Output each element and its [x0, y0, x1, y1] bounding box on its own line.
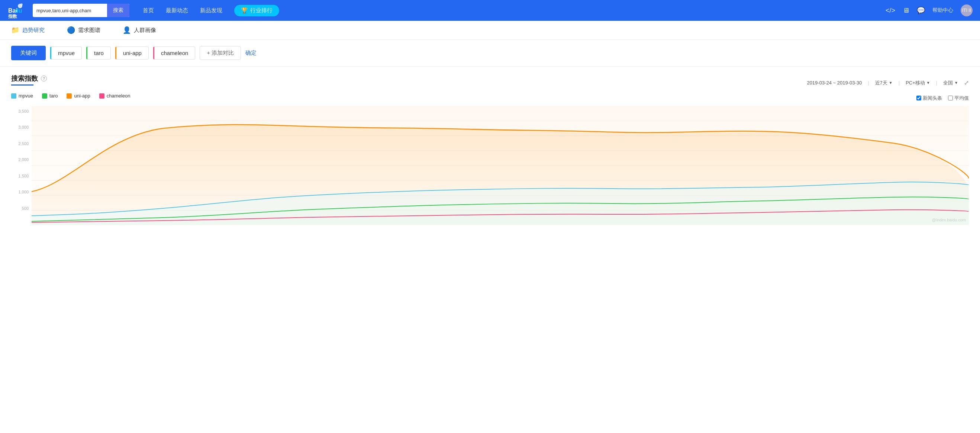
user-avatar[interactable]: ITI II	[961, 5, 972, 16]
y-label-3500: 3,500	[11, 109, 32, 113]
y-label-2000: 2,000	[11, 158, 32, 162]
nav-latest[interactable]: 最新动态	[166, 7, 188, 14]
wechat-icon[interactable]: 💬	[917, 6, 925, 14]
y-label-500: 500	[11, 206, 32, 210]
legend-dot-uniapp	[67, 93, 72, 99]
separator2: |	[899, 80, 900, 86]
help-icon[interactable]: ?	[41, 75, 47, 81]
confirm-button[interactable]: 确定	[245, 49, 256, 57]
chart-title-area: 搜索指数 ?	[11, 74, 47, 92]
kw-tag-uniapp[interactable]: uni-app	[115, 46, 149, 59]
legend-dot-taro	[42, 93, 47, 99]
news-checkbox[interactable]	[916, 96, 921, 100]
subnav-demand[interactable]: 🔵 需求图谱	[67, 26, 100, 34]
svg-point-4	[21, 3, 23, 6]
period-selector[interactable]: 近7天 ▼	[875, 80, 892, 86]
sub-nav: 📁 趋势研究 🔵 需求图谱 👤 人群画像	[0, 21, 980, 40]
nav-industry[interactable]: 🏆 行业排行	[234, 5, 279, 16]
search-button[interactable]: 搜索	[107, 4, 129, 17]
subnav-trend[interactable]: 📁 趋势研究	[11, 26, 45, 34]
industry-icon: 🏆	[241, 7, 248, 14]
legend-chameleon: chameleon	[99, 93, 130, 99]
device-selector[interactable]: PC+移动 ▼	[906, 80, 930, 86]
demand-icon: 🔵	[67, 26, 75, 34]
header-right: </> 🖥 💬 帮助中心 ITI II	[886, 5, 972, 16]
main-nav: 首页 最新动态 新品发现 🏆 行业排行	[143, 5, 880, 16]
chart-svg	[32, 106, 969, 225]
device-arrow: ▼	[926, 81, 930, 85]
portrait-icon: 👤	[123, 26, 131, 34]
y-label-1500: 1,500	[11, 174, 32, 178]
legend-dot-mpvue	[11, 93, 16, 99]
svg-text:指数: 指数	[8, 14, 18, 19]
chart-controls: 2019-03-24 ~ 2019-03-30 | 近7天 ▼ | PC+移动 …	[807, 79, 969, 86]
y-axis: 3,500 3,000 2,500 2,000 1,500 1,000 500	[11, 106, 32, 225]
search-input[interactable]	[33, 8, 107, 13]
chart-wrapper: 3,500 3,000 2,500 2,000 1,500 1,000 500 …	[11, 106, 969, 225]
nav-discovery[interactable]: 新品发现	[200, 7, 222, 14]
region-arrow: ▼	[955, 81, 958, 85]
chart-legend: mpvue taro uni-app chameleon	[11, 93, 130, 99]
nav-home[interactable]: 首页	[143, 7, 154, 14]
separator3: |	[936, 80, 937, 86]
avg-checkbox-label[interactable]: 平均值	[948, 95, 969, 102]
trend-icon: 📁	[11, 26, 19, 34]
y-label-3000: 3,000	[11, 125, 32, 129]
help-link[interactable]: 帮助中心	[932, 7, 953, 14]
keyword-label[interactable]: 关键词	[11, 46, 46, 60]
legend-mpvue: mpvue	[11, 93, 33, 99]
code-icon[interactable]: </>	[886, 7, 895, 14]
kw-tag-taro[interactable]: taro	[86, 46, 111, 59]
kw-tag-mpvue[interactable]: mpvue	[50, 46, 82, 59]
legend-options-row: mpvue taro uni-app chameleon 新闻头条 平	[11, 93, 969, 103]
separator1: |	[868, 80, 869, 86]
expand-icon[interactable]: ⤢	[964, 79, 969, 86]
legend-dot-chameleon	[99, 93, 105, 99]
y-label-1000: 1,000	[11, 190, 32, 194]
header: Bai du 指数 搜索 首页 最新动态 新品发现 🏆 行业排行 </> 🖥 💬…	[0, 0, 980, 21]
svg-text:du: du	[15, 8, 22, 14]
keyword-section: 关键词 mpvue taro uni-app chameleon + 添加对比 …	[0, 40, 980, 67]
legend-uniapp: uni-app	[67, 93, 90, 99]
period-arrow: ▼	[889, 81, 892, 85]
subnav-portrait[interactable]: 👤 人群画像	[123, 26, 156, 34]
legend-taro: taro	[42, 93, 57, 99]
date-range: 2019-03-24 ~ 2019-03-30	[807, 80, 862, 86]
logo: Bai du 指数	[8, 2, 24, 19]
search-bar: 搜索	[33, 4, 129, 17]
chart-options: 新闻头条 平均值	[916, 95, 969, 102]
kw-tag-chameleon[interactable]: chameleon	[153, 46, 195, 59]
add-compare-button[interactable]: + 添加对比	[200, 46, 241, 60]
region-selector[interactable]: 全国 ▼	[943, 80, 958, 86]
chart-title: 搜索指数 ?	[11, 74, 47, 83]
monitor-icon[interactable]: 🖥	[903, 7, 909, 14]
chart-watermark: @index.baidu.com	[932, 218, 966, 222]
news-checkbox-label[interactable]: 新闻头条	[916, 95, 942, 102]
chart-title-underline	[11, 84, 33, 86]
chart-header: 搜索指数 ? 2019-03-24 ~ 2019-03-30 | 近7天 ▼ |…	[11, 74, 969, 92]
y-label-2500: 2,500	[11, 142, 32, 146]
chart-section: 搜索指数 ? 2019-03-24 ~ 2019-03-30 | 近7天 ▼ |…	[0, 67, 980, 232]
avg-checkbox[interactable]	[948, 96, 953, 100]
